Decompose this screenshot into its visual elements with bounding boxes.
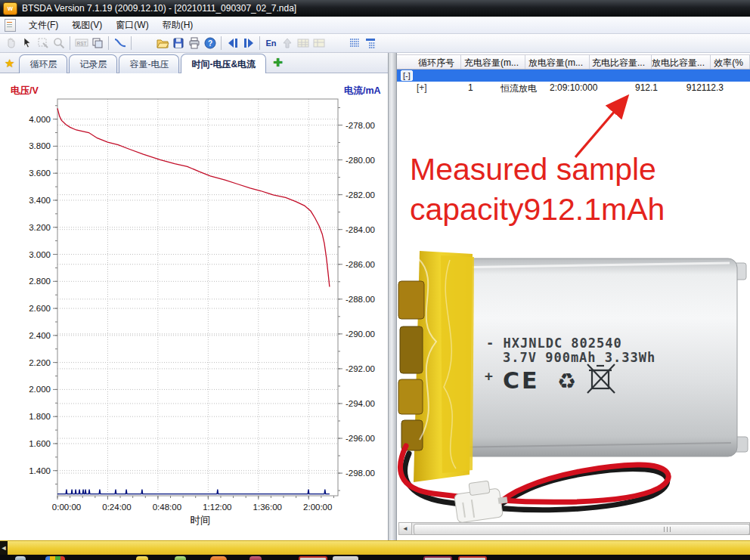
taskbar-icon[interactable]	[15, 556, 26, 560]
svg-text:0:24:00: 0:24:00	[102, 503, 131, 512]
menu-F[interactable]: 文件(F)	[22, 18, 65, 32]
column-header-5[interactable]: 放电比容量...	[652, 55, 711, 69]
svg-text:-296.00: -296.00	[346, 434, 375, 443]
menu-H[interactable]: 帮助(H)	[156, 18, 200, 32]
save-icon[interactable]	[170, 36, 186, 51]
column-header-3[interactable]: 放电容量(m...	[525, 55, 590, 69]
next-record-icon[interactable]	[240, 36, 256, 51]
tab-2[interactable]: 记录层	[69, 54, 117, 73]
horizontal-scrollbar[interactable]: ◄	[398, 522, 750, 535]
tab-1[interactable]: 循环层	[19, 54, 67, 73]
step-row[interactable]: [+] 1 恒流放电 2:09:10:000 912.1 912112.3	[397, 82, 750, 94]
btsda-window: w BTSDA Version 7.1.19 (2009.12.10) - [2…	[0, 0, 750, 560]
svg-text:2.800: 2.800	[29, 277, 51, 286]
svg-text:0:00:00: 0:00:00	[52, 503, 81, 512]
capacity-annotation: Measured sample capacity912.1mAh	[410, 150, 665, 230]
taskbar-icon[interactable]	[423, 556, 452, 560]
taskbar-icon[interactable]	[175, 556, 186, 560]
tab-3[interactable]: 容量-电压	[119, 54, 179, 73]
results-panel: 循环序号充电容量(m...放电容量(m...充电比容量...放电比容量...效率…	[397, 53, 750, 540]
svg-text:2.400: 2.400	[29, 331, 51, 340]
favorite-star-icon[interactable]: ★	[5, 57, 14, 70]
battery-label-spec: 3.7V 900mAh 3.33Wh	[503, 350, 655, 365]
expand-toggle[interactable]: [+]	[417, 82, 427, 93]
taskbar-icon[interactable]	[45, 556, 65, 560]
splitter-handle[interactable]	[388, 53, 397, 540]
cursor-icon[interactable]	[19, 36, 35, 51]
svg-text:3.200: 3.200	[29, 223, 51, 232]
open-file-icon[interactable]	[154, 36, 170, 51]
app-icon: w	[3, 2, 17, 15]
svg-text:3.000: 3.000	[29, 250, 51, 259]
window-title: BTSDA Version 7.1.19 (2009.12.10) - [202…	[22, 3, 296, 14]
toolbar-separator	[70, 36, 70, 50]
menubar: 文件(F)视图(V)窗口(W)帮助(H)	[0, 17, 750, 34]
time-voltage-current-chart: 0:00:000:24:000:48:001:12:001:36:002:00:…	[0, 73, 388, 540]
column-header-2[interactable]: 充电容量(m...	[461, 55, 525, 69]
taskbar-icon[interactable]	[249, 556, 262, 560]
taskbar-icon[interactable]	[136, 556, 148, 560]
annotation-line2: capacity912.1mAh	[410, 190, 665, 230]
svg-text:3.600: 3.600	[29, 169, 51, 178]
copy-layout-icon[interactable]	[89, 36, 105, 51]
list-view-icon[interactable]	[346, 36, 362, 51]
scroll-left-button[interactable]: ◄	[399, 523, 412, 534]
tab-4[interactable]: 时间-电压&电流	[181, 54, 266, 73]
svg-text:1:36:00: 1:36:00	[253, 503, 282, 512]
svg-text:-282.00: -282.00	[346, 190, 375, 200]
curve-tool-icon[interactable]	[112, 36, 128, 51]
taskbar	[0, 555, 750, 560]
svg-text:2.000: 2.000	[29, 385, 51, 394]
recycle-icon: ♻	[557, 370, 576, 393]
svg-text:1:12:00: 1:12:00	[203, 503, 231, 512]
menu-W[interactable]: 窗口(W)	[109, 18, 155, 32]
svg-text:电流/mA: 电流/mA	[344, 85, 381, 96]
series-电压	[57, 108, 330, 286]
grid-header: 循环序号充电容量(m...放电容量(m...充电比容量...放电比容量...效率…	[397, 54, 750, 70]
step-type-cell: 恒流放电	[501, 82, 537, 95]
collapse-toggle[interactable]: [-]	[401, 70, 413, 81]
cycle-row-selected[interactable]: [-]	[397, 70, 750, 82]
toolbar: RST?En	[0, 34, 750, 53]
svg-text:-280.00: -280.00	[346, 156, 375, 165]
collapse-arrow-icon[interactable]: ◄	[0, 541, 8, 555]
up-arrow-icon	[279, 36, 295, 51]
prev-record-icon[interactable]	[225, 36, 240, 51]
svg-text:0:48:00: 0:48:00	[153, 503, 181, 512]
column-header-6[interactable]: 效率(%	[711, 55, 750, 69]
reset-rst-icon: RST	[73, 36, 89, 51]
taskbar-icon[interactable]	[299, 556, 327, 560]
svg-text:-284.00: -284.00	[346, 225, 375, 234]
scrollbar-grip	[664, 527, 673, 532]
taskbar-icon[interactable]	[210, 556, 227, 560]
svg-text:-298.00: -298.00	[346, 469, 375, 478]
grid-view-icon	[295, 36, 311, 51]
svg-text:RST: RST	[76, 41, 86, 46]
add-tab-icon[interactable]: ✚	[273, 56, 283, 70]
series-电流	[57, 490, 330, 494]
capacity-cell: 912.1	[635, 82, 658, 93]
taskbar-icon[interactable]	[458, 556, 487, 560]
svg-text:1.400: 1.400	[29, 466, 51, 475]
help-icon[interactable]: ?	[202, 36, 218, 51]
battery-photo: - HXJNLDC 802540 3.7V 900mAh 3.33Wh + CE…	[397, 251, 750, 523]
svg-text:2.200: 2.200	[29, 358, 51, 367]
scrollbar-thumb[interactable]	[414, 524, 750, 535]
menu-V[interactable]: 视图(V)	[65, 18, 109, 32]
detail-view-icon[interactable]	[362, 36, 378, 51]
zoom-select-icon	[35, 36, 51, 51]
svg-text:-288.00: -288.00	[346, 295, 375, 304]
column-header-1[interactable]: 循环序号	[397, 55, 461, 69]
document-icon	[5, 19, 16, 32]
tab-bar: ★ 循环层记录层容量-电压时间-电压&电流 ✚	[0, 53, 388, 73]
magnifier-icon	[51, 36, 67, 51]
column-header-4[interactable]: 充电比容量...	[590, 55, 652, 69]
svg-text:1.600: 1.600	[29, 439, 51, 448]
taskbar-icon[interactable]	[333, 556, 358, 560]
language-icon[interactable]: En	[263, 36, 279, 51]
print-icon[interactable]	[186, 36, 202, 51]
svg-text:1.800: 1.800	[29, 412, 51, 421]
duration-cell: 2:09:10:000	[550, 82, 597, 93]
svg-text:-278.00: -278.00	[346, 121, 375, 130]
svg-text:-292.00: -292.00	[346, 364, 375, 373]
